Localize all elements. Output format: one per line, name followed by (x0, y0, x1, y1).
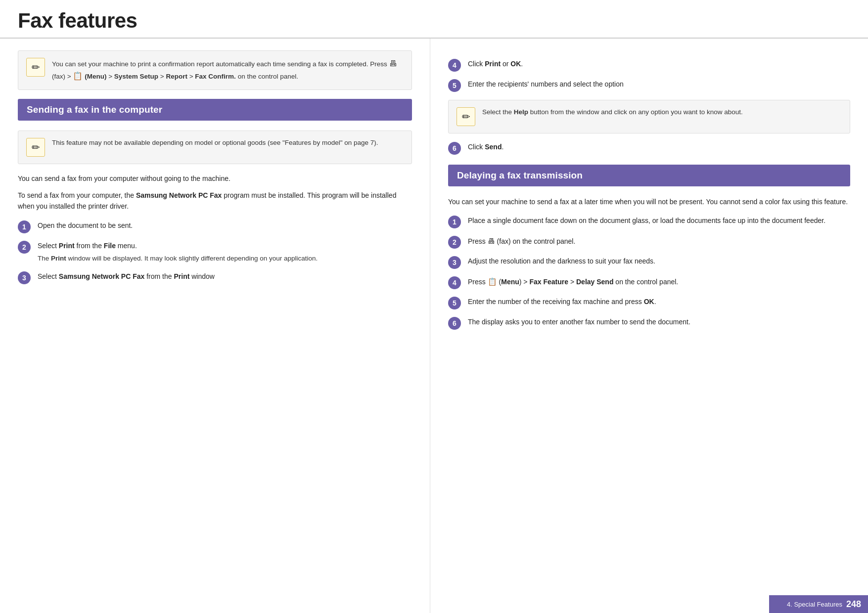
section1-note-box: ✏ This feature may not be available depe… (18, 131, 412, 164)
steps-top-right: 4 Click Print or OK. 5 Enter the recipie… (448, 58, 850, 92)
footer-page: 248 (846, 599, 861, 610)
delay-step-2-content: Press 🖷 (fax) on the control panel. (468, 235, 850, 247)
page-title: Fax features (0, 0, 868, 39)
step-2: 2 Select Print from the File menu. The P… (18, 240, 412, 264)
footer-label: 4. Special Features (787, 601, 842, 608)
step-5-number: 5 (448, 79, 461, 92)
step6-list: 6 Click Send. (448, 141, 850, 155)
step-2-content: Select Print from the File menu. The Pri… (38, 240, 412, 264)
delay-step-5: 5 Enter the number of the receiving fax … (448, 296, 850, 309)
delay-step-6-number: 6 (448, 317, 461, 330)
step-2-number: 2 (18, 241, 31, 254)
right-column: 4 Click Print or OK. 5 Enter the recipie… (430, 39, 868, 613)
delay-step-6-content: The display asks you to enter another fa… (468, 316, 850, 327)
delay-step-5-content: Enter the number of the receiving fax ma… (468, 296, 850, 307)
section1-note-icon: ✏ (26, 138, 45, 157)
step-3: 3 Select Samsung Network PC Fax from the… (18, 271, 412, 284)
delay-step-3-number: 3 (448, 256, 461, 269)
delay-step-4-number: 4 (448, 276, 461, 289)
delay-step-1-content: Place a single document face down on the… (468, 215, 850, 226)
left-column: ✏ You can set your machine to print a co… (0, 39, 430, 613)
mid-note-box: ✏ Select the Help button from the window… (448, 100, 850, 133)
delay-step-1: 1 Place a single document face down on t… (448, 215, 850, 228)
section2-steps: 1 Place a single document face down on t… (448, 215, 850, 330)
note-icon: ✏ (26, 58, 45, 77)
step-4: 4 Click Print or OK. (448, 58, 850, 72)
section1-header: Sending a fax in the computer (18, 99, 412, 121)
delay-step-5-number: 5 (448, 297, 461, 309)
section2-para1: You can set your machine to send a fax a… (448, 196, 850, 207)
step-4-content: Click Print or OK. (468, 58, 850, 69)
step-3-number: 3 (18, 271, 31, 284)
delay-step-4-content: Press 📋 (Menu) > Fax Feature > Delay Sen… (468, 276, 850, 288)
delay-step-2-number: 2 (448, 236, 461, 249)
top-note-text: You can set your machine to print a conf… (52, 58, 404, 83)
delay-step-3-content: Adjust the resolution and the darkness t… (468, 256, 850, 266)
step-1-number: 1 (18, 220, 31, 233)
section1-para2: To send a fax from your computer, the Sa… (18, 190, 412, 212)
top-note-box: ✏ You can set your machine to print a co… (18, 50, 412, 90)
step-1: 1 Open the document to be sent. (18, 220, 412, 233)
step-4-number: 4 (448, 59, 461, 72)
content-area: ✏ You can set your machine to print a co… (0, 39, 868, 613)
section1-para1: You can send a fax from your computer wi… (18, 173, 412, 184)
step-5-content: Enter the recipients' numbers and select… (468, 79, 850, 89)
section1-steps: 1 Open the document to be sent. 2 Select… (18, 220, 412, 284)
delay-step-6: 6 The display asks you to enter another … (448, 316, 850, 330)
step-6-content: Click Send. (468, 141, 850, 152)
step-3-content: Select Samsung Network PC Fax from the P… (38, 271, 412, 282)
section1-note-text: This feature may not be available depend… (52, 138, 378, 148)
section2-header: Delaying a fax transmission (448, 165, 850, 186)
delay-step-3: 3 Adjust the resolution and the darkness… (448, 256, 850, 269)
footer-bar: 4. Special Features 248 (769, 595, 868, 613)
step-6-number: 6 (448, 142, 461, 155)
step-6: 6 Click Send. (448, 141, 850, 155)
step-1-content: Open the document to be sent. (38, 220, 412, 231)
mid-note-icon: ✏ (457, 107, 475, 126)
mid-note-text: Select the Help button from the window a… (482, 107, 743, 118)
delay-step-1-number: 1 (448, 216, 461, 228)
step-2-subtext: The Print window will be displayed. It m… (38, 253, 412, 264)
delay-step-4: 4 Press 📋 (Menu) > Fax Feature > Delay S… (448, 276, 850, 289)
page: Fax features ✏ You can set your machine … (0, 0, 868, 613)
delay-step-2: 2 Press 🖷 (fax) on the control panel. (448, 235, 850, 249)
step-5: 5 Enter the recipients' numbers and sele… (448, 79, 850, 92)
